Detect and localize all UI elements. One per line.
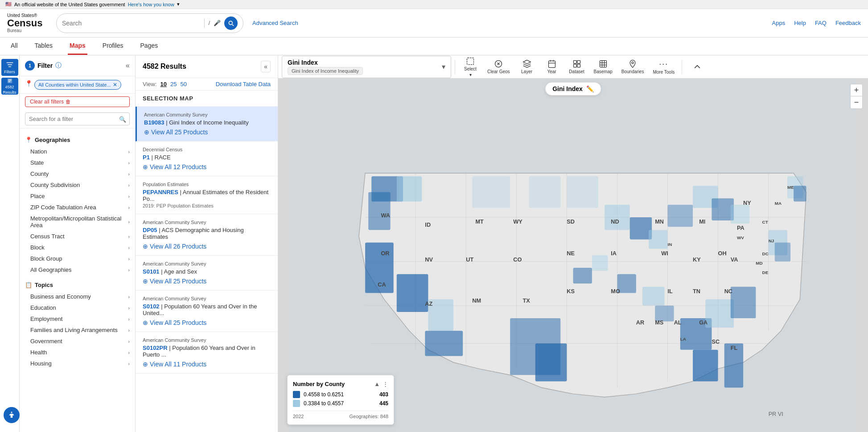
zoom-out-btn[interactable]: − (850, 96, 863, 109)
year-btn[interactable]: Year (540, 58, 564, 76)
result-products-link[interactable]: ⊕ View All 26 Products (143, 243, 271, 250)
filter-item-housing[interactable]: Housing› (20, 358, 135, 369)
layer-label: Layer (521, 69, 532, 74)
result-item[interactable]: Decennial Census P1 | RACE ⊕ View All 12… (136, 141, 278, 176)
collapse-map-toolbar-btn[interactable] (686, 61, 709, 73)
result-products-link[interactable]: ⊕ View All 25 Products (143, 319, 271, 326)
svg-text:KY: KY (693, 256, 701, 263)
sidebar-filters-btn[interactable]: Filters (1, 59, 18, 76)
tab-tables[interactable]: Tables (33, 37, 54, 55)
select-chevron: ▾ (469, 72, 472, 77)
download-link[interactable]: Download Table Data (216, 81, 271, 87)
filter-item-business[interactable]: Business and Economy› (20, 291, 135, 302)
filter-item-state[interactable]: State› (20, 157, 135, 168)
legend-range-1: 0.4558 to 0.6251 (304, 391, 344, 398)
filter-item-all-geographies[interactable]: All Geographies› (20, 264, 135, 275)
svg-text:CT: CT (762, 220, 768, 224)
filter-item-place[interactable]: Place› (20, 191, 135, 202)
accessibility-btn[interactable] (4, 407, 20, 423)
help-link[interactable]: Help (794, 20, 806, 26)
collapse-sidebar-btn[interactable]: « (126, 62, 130, 70)
faq-link[interactable]: FAQ (815, 20, 827, 26)
legend-year: 2022 (293, 414, 304, 419)
search-button[interactable] (224, 17, 238, 30)
geographies-label: Geographies (35, 137, 70, 143)
tab-all[interactable]: All (9, 37, 20, 55)
select-tool-btn[interactable]: Select ▾ (459, 55, 482, 79)
results-header: 4582 Results « (136, 55, 278, 78)
result-item[interactable]: American Community Survey S0101 | Age an… (136, 256, 278, 291)
gov-banner-link[interactable]: Here's how you know (128, 2, 174, 7)
chevron-icon: › (128, 245, 130, 250)
filter-item-county-subdivision[interactable]: County Subdivision› (20, 179, 135, 191)
filter-item-zip[interactable]: ZIP Code Tabulation Area› (20, 202, 135, 213)
clear-geos-btn[interactable]: Clear Geos (484, 58, 514, 76)
filter-item-block[interactable]: Block› (20, 242, 135, 253)
legend-menu-icon[interactable]: ⋮ (383, 381, 388, 387)
tab-profiles[interactable]: Profiles (101, 37, 125, 55)
search-divider (204, 19, 205, 28)
result-products-link[interactable]: ⊕ View All 25 Products (143, 278, 271, 285)
dataset-btn[interactable]: Dataset (565, 58, 588, 76)
svg-rect-4 (573, 61, 576, 64)
filter-item-block-group[interactable]: Block Group› (20, 253, 135, 264)
search-input[interactable] (62, 20, 201, 27)
boundaries-btn[interactable]: Boundaries (618, 58, 648, 76)
edit-map-label-btn[interactable]: ✏️ (586, 85, 594, 92)
result-products-link[interactable]: ⊕ View All 25 Products (144, 129, 271, 136)
selection-map-label: SELECTION MAP (136, 91, 278, 107)
filter-item-census-tract[interactable]: Census Tract› (20, 231, 135, 242)
filter-item-nation[interactable]: Nation› (20, 146, 135, 157)
filter-item-government[interactable]: Government› (20, 336, 135, 347)
plus-icon: ⊕ (143, 243, 148, 250)
apps-link[interactable]: Apps (772, 20, 786, 26)
advanced-search-link[interactable]: Advanced Search (252, 20, 298, 26)
result-item[interactable]: American Community Survey DP05 | ACS Dem… (136, 214, 278, 256)
result-products-link[interactable]: ⊕ View All 11 Products (143, 361, 271, 368)
result-code-title: S0102PR | Population 60 Years and Over i… (143, 345, 271, 358)
result-item[interactable]: Population Estimates PEPANNRES | Annual … (136, 176, 278, 214)
chip-text: All Counties within United State... (38, 82, 111, 87)
mic-icon[interactable]: 🎤 (214, 20, 221, 26)
layer-btn[interactable]: Layer (515, 58, 539, 76)
view-50[interactable]: 50 (181, 81, 187, 87)
result-products-link[interactable]: ⊕ View All 12 Products (143, 163, 271, 170)
search-filter-wrapper: 🔍 (25, 112, 130, 125)
tab-maps[interactable]: Maps (68, 37, 87, 55)
filter-item-county[interactable]: County› (20, 168, 135, 179)
sidebar-results-btn[interactable]: 4582 Results (1, 78, 18, 95)
search-filter-input[interactable] (25, 112, 130, 125)
filter-chip-county: All Counties within United State... ✕ (34, 80, 121, 90)
filters-label: Filters (4, 70, 15, 74)
more-tools-btn[interactable]: ··· More Tools (649, 58, 678, 76)
filter-help-icon[interactable]: ⓘ (55, 62, 62, 70)
collapse-results-btn[interactable]: « (261, 61, 271, 72)
chevron-icon: › (128, 149, 130, 154)
svg-text:NJ: NJ (769, 238, 774, 243)
svg-text:SD: SD (567, 218, 575, 225)
chip-remove-btn[interactable]: ✕ (113, 82, 117, 88)
result-code: P1 (143, 154, 150, 161)
map-title-bar[interactable]: Gini Index Gini Index of Income Inequali… (282, 56, 451, 78)
result-item[interactable]: American Community Survey S0102PR | Popu… (136, 332, 278, 374)
filter-item-families[interactable]: Families and Living Arrangements› (20, 324, 135, 336)
clear-all-button[interactable]: Clear all filters 🗑 (25, 96, 130, 107)
trash-icon: 🗑 (66, 99, 71, 105)
filter-item-education[interactable]: Education› (20, 302, 135, 313)
view-25[interactable]: 25 (170, 81, 177, 87)
view-10[interactable]: 10 (160, 81, 167, 87)
basemap-btn[interactable]: Basemap (590, 58, 616, 76)
chevron-icon: › (128, 183, 130, 188)
zoom-in-btn[interactable]: + (850, 84, 863, 96)
filter-item-metro[interactable]: Metropolitan/Micropolitan Statistical Ar… (20, 213, 135, 231)
legend-up-icon[interactable]: ▲ (374, 381, 380, 387)
feedback-link[interactable]: Feedback (835, 20, 861, 26)
legend-count-2: 445 (379, 400, 388, 407)
tab-pages[interactable]: Pages (139, 37, 160, 55)
svg-rect-33 (605, 205, 630, 230)
census-logo[interactable]: United States® Census Bureau (7, 13, 47, 33)
filter-item-employment[interactable]: Employment› (20, 313, 135, 324)
result-item[interactable]: American Community Survey B19083 | Gini … (136, 107, 278, 141)
result-item[interactable]: American Community Survey S0102 | Popula… (136, 291, 278, 332)
filter-item-health[interactable]: Health› (20, 347, 135, 358)
